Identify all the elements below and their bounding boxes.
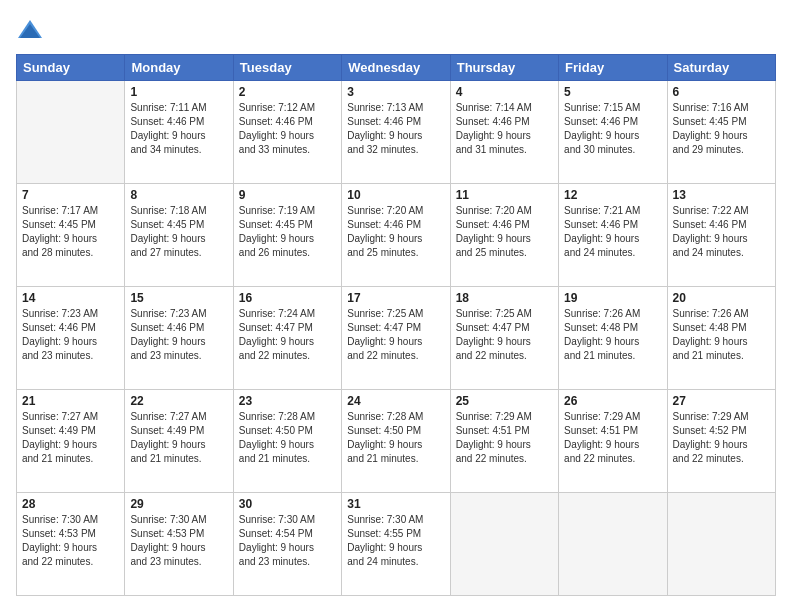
cell-line: Daylight: 9 hours bbox=[347, 541, 444, 555]
calendar-cell: 9Sunrise: 7:19 AMSunset: 4:45 PMDaylight… bbox=[233, 184, 341, 287]
day-number: 16 bbox=[239, 291, 336, 305]
cell-line: Daylight: 9 hours bbox=[130, 129, 227, 143]
cell-line: Daylight: 9 hours bbox=[22, 438, 119, 452]
cell-line: Sunset: 4:48 PM bbox=[673, 321, 770, 335]
weekday-header: Wednesday bbox=[342, 55, 450, 81]
cell-line: Sunrise: 7:19 AM bbox=[239, 204, 336, 218]
cell-line: Sunset: 4:46 PM bbox=[673, 218, 770, 232]
day-number: 6 bbox=[673, 85, 770, 99]
day-number: 13 bbox=[673, 188, 770, 202]
calendar-row: 21Sunrise: 7:27 AMSunset: 4:49 PMDayligh… bbox=[17, 390, 776, 493]
cell-line: Sunrise: 7:15 AM bbox=[564, 101, 661, 115]
cell-line: Sunset: 4:45 PM bbox=[130, 218, 227, 232]
cell-line: and 21 minutes. bbox=[347, 452, 444, 466]
cell-line: and 32 minutes. bbox=[347, 143, 444, 157]
cell-line: and 23 minutes. bbox=[130, 349, 227, 363]
cell-line: and 27 minutes. bbox=[130, 246, 227, 260]
day-number: 30 bbox=[239, 497, 336, 511]
calendar-cell: 22Sunrise: 7:27 AMSunset: 4:49 PMDayligh… bbox=[125, 390, 233, 493]
cell-line: and 21 minutes. bbox=[239, 452, 336, 466]
day-number: 31 bbox=[347, 497, 444, 511]
day-number: 26 bbox=[564, 394, 661, 408]
cell-line: Sunset: 4:53 PM bbox=[22, 527, 119, 541]
cell-line: Daylight: 9 hours bbox=[130, 541, 227, 555]
day-number: 28 bbox=[22, 497, 119, 511]
cell-line: Sunset: 4:46 PM bbox=[130, 115, 227, 129]
day-number: 15 bbox=[130, 291, 227, 305]
cell-line: and 24 minutes. bbox=[347, 555, 444, 569]
cell-line: Daylight: 9 hours bbox=[130, 438, 227, 452]
header bbox=[16, 16, 776, 44]
cell-line: Sunrise: 7:11 AM bbox=[130, 101, 227, 115]
cell-line: Sunrise: 7:28 AM bbox=[239, 410, 336, 424]
cell-line: Daylight: 9 hours bbox=[564, 335, 661, 349]
cell-line: and 33 minutes. bbox=[239, 143, 336, 157]
cell-line: and 22 minutes. bbox=[347, 349, 444, 363]
calendar-cell: 6Sunrise: 7:16 AMSunset: 4:45 PMDaylight… bbox=[667, 81, 775, 184]
day-number: 29 bbox=[130, 497, 227, 511]
cell-line: Daylight: 9 hours bbox=[239, 541, 336, 555]
cell-line: and 25 minutes. bbox=[347, 246, 444, 260]
cell-line: Sunrise: 7:26 AM bbox=[564, 307, 661, 321]
cell-line: Daylight: 9 hours bbox=[564, 438, 661, 452]
cell-line: Sunset: 4:46 PM bbox=[456, 218, 553, 232]
cell-line: Sunrise: 7:22 AM bbox=[673, 204, 770, 218]
cell-line: and 29 minutes. bbox=[673, 143, 770, 157]
cell-line: Sunset: 4:46 PM bbox=[239, 115, 336, 129]
cell-line: Sunset: 4:47 PM bbox=[456, 321, 553, 335]
cell-line: and 24 minutes. bbox=[564, 246, 661, 260]
cell-line: and 21 minutes. bbox=[673, 349, 770, 363]
calendar-cell: 10Sunrise: 7:20 AMSunset: 4:46 PMDayligh… bbox=[342, 184, 450, 287]
cell-line: Sunrise: 7:28 AM bbox=[347, 410, 444, 424]
calendar-cell: 7Sunrise: 7:17 AMSunset: 4:45 PMDaylight… bbox=[17, 184, 125, 287]
day-number: 18 bbox=[456, 291, 553, 305]
cell-line: and 23 minutes. bbox=[239, 555, 336, 569]
calendar-cell: 24Sunrise: 7:28 AMSunset: 4:50 PMDayligh… bbox=[342, 390, 450, 493]
cell-line: Daylight: 9 hours bbox=[22, 541, 119, 555]
cell-line: Daylight: 9 hours bbox=[239, 232, 336, 246]
cell-line: Sunset: 4:45 PM bbox=[239, 218, 336, 232]
cell-line: Sunset: 4:46 PM bbox=[130, 321, 227, 335]
weekday-header: Sunday bbox=[17, 55, 125, 81]
cell-line: Sunrise: 7:20 AM bbox=[347, 204, 444, 218]
calendar-cell bbox=[559, 493, 667, 596]
logo-icon bbox=[16, 16, 44, 44]
cell-line: Sunset: 4:47 PM bbox=[347, 321, 444, 335]
cell-line: and 22 minutes. bbox=[564, 452, 661, 466]
day-number: 14 bbox=[22, 291, 119, 305]
day-number: 21 bbox=[22, 394, 119, 408]
cell-line: Daylight: 9 hours bbox=[456, 129, 553, 143]
cell-line: Sunset: 4:49 PM bbox=[22, 424, 119, 438]
calendar-row: 28Sunrise: 7:30 AMSunset: 4:53 PMDayligh… bbox=[17, 493, 776, 596]
calendar-row: 1Sunrise: 7:11 AMSunset: 4:46 PMDaylight… bbox=[17, 81, 776, 184]
cell-line: Sunset: 4:54 PM bbox=[239, 527, 336, 541]
day-number: 3 bbox=[347, 85, 444, 99]
cell-line: Sunrise: 7:25 AM bbox=[456, 307, 553, 321]
calendar-cell: 31Sunrise: 7:30 AMSunset: 4:55 PMDayligh… bbox=[342, 493, 450, 596]
calendar-cell bbox=[450, 493, 558, 596]
calendar-cell: 26Sunrise: 7:29 AMSunset: 4:51 PMDayligh… bbox=[559, 390, 667, 493]
cell-line: Sunrise: 7:23 AM bbox=[22, 307, 119, 321]
day-number: 12 bbox=[564, 188, 661, 202]
cell-line: Sunset: 4:46 PM bbox=[456, 115, 553, 129]
cell-line: Sunset: 4:52 PM bbox=[673, 424, 770, 438]
cell-line: Daylight: 9 hours bbox=[347, 129, 444, 143]
cell-line: Daylight: 9 hours bbox=[456, 438, 553, 452]
cell-line: Sunset: 4:51 PM bbox=[456, 424, 553, 438]
calendar-cell: 11Sunrise: 7:20 AMSunset: 4:46 PMDayligh… bbox=[450, 184, 558, 287]
day-number: 11 bbox=[456, 188, 553, 202]
cell-line: Sunrise: 7:29 AM bbox=[673, 410, 770, 424]
calendar-cell: 14Sunrise: 7:23 AMSunset: 4:46 PMDayligh… bbox=[17, 287, 125, 390]
calendar-row: 14Sunrise: 7:23 AMSunset: 4:46 PMDayligh… bbox=[17, 287, 776, 390]
calendar-cell: 29Sunrise: 7:30 AMSunset: 4:53 PMDayligh… bbox=[125, 493, 233, 596]
cell-line: Daylight: 9 hours bbox=[130, 335, 227, 349]
calendar-row: 7Sunrise: 7:17 AMSunset: 4:45 PMDaylight… bbox=[17, 184, 776, 287]
cell-line: Daylight: 9 hours bbox=[239, 438, 336, 452]
calendar-cell: 15Sunrise: 7:23 AMSunset: 4:46 PMDayligh… bbox=[125, 287, 233, 390]
cell-line: Sunset: 4:45 PM bbox=[673, 115, 770, 129]
day-number: 19 bbox=[564, 291, 661, 305]
day-number: 2 bbox=[239, 85, 336, 99]
cell-line: Daylight: 9 hours bbox=[347, 232, 444, 246]
day-number: 5 bbox=[564, 85, 661, 99]
cell-line: Sunrise: 7:27 AM bbox=[130, 410, 227, 424]
